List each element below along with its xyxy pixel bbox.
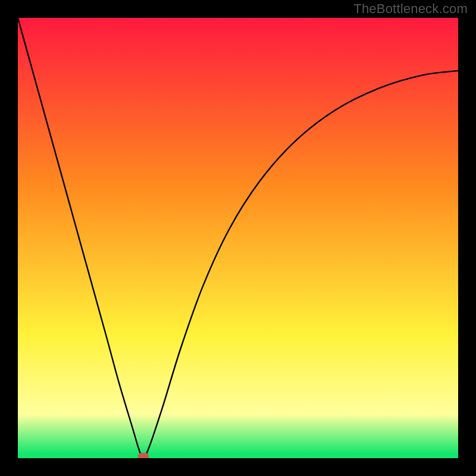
chart-frame: TheBottleneck.com bbox=[0, 0, 476, 476]
min-marker bbox=[138, 453, 149, 458]
bottleneck-curve bbox=[18, 18, 458, 458]
watermark-text: TheBottleneck.com bbox=[353, 1, 468, 17]
curve-layer bbox=[18, 18, 458, 458]
plot-area bbox=[18, 18, 458, 458]
